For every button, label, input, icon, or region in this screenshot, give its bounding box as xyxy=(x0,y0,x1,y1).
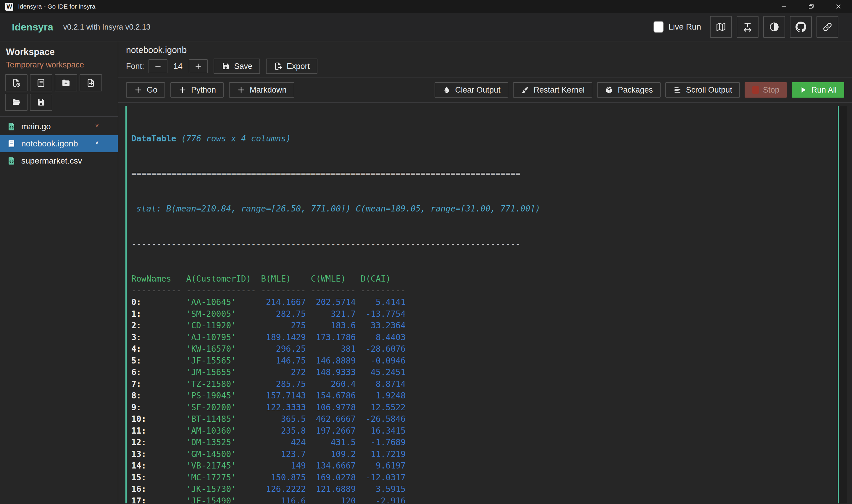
table-row: 5:'JF-15565'146.75146.8889-0.0946 xyxy=(131,355,852,367)
output-cell-text: 282.75 xyxy=(261,308,306,320)
add-markdown-cell-button[interactable]: Markdown xyxy=(229,82,294,97)
output-cell-text: 4: xyxy=(131,343,181,355)
output-cell-text: 5: xyxy=(131,355,181,367)
code-file-icon xyxy=(7,157,16,165)
output-cell-text: 17: xyxy=(131,495,181,504)
notebook-icon xyxy=(36,78,46,88)
output-cell-text: 183.6 xyxy=(311,320,356,331)
play-icon xyxy=(799,86,807,94)
save-workspace-button[interactable] xyxy=(30,94,52,111)
file-item-notebook-igonb[interactable]: notebook.igonb * xyxy=(0,135,118,152)
close-button[interactable] xyxy=(825,0,852,13)
run-all-button[interactable]: Run All xyxy=(792,82,844,97)
modified-indicator: * xyxy=(95,139,99,149)
output-cell-text: -2.916 xyxy=(361,495,405,504)
table-row: 14:'VB-21745'149134.66679.6197 xyxy=(131,460,852,472)
output-cell-text: 148.9333 xyxy=(311,366,356,378)
datatable-label: DataTable xyxy=(131,134,176,143)
link-button[interactable] xyxy=(816,16,838,38)
export-button[interactable]: Export xyxy=(266,58,318,74)
output-table: RowNamesA(CustomerID)B(MLE)C(WMLE)D(CAI)… xyxy=(131,273,852,503)
workspace-sidebar: Workspace Temporary workspace xyxy=(0,41,118,503)
output-cell-text: 126.2222 xyxy=(261,483,306,495)
output-cell-text: 'SF-20200' xyxy=(186,402,256,414)
output-cell-text: 'AJ-10795' xyxy=(186,331,256,343)
output-rule-equals: ========================================… xyxy=(131,168,852,180)
import-file-icon xyxy=(86,78,95,88)
text-width-button[interactable] xyxy=(737,16,759,38)
titlebar: W Idensyra - Go IDE for Insyra xyxy=(0,0,852,13)
output-rule-dashes: ----------------------------------------… xyxy=(131,238,852,250)
add-python-label: Python xyxy=(191,86,216,95)
droplet-icon xyxy=(442,86,451,94)
restore-button[interactable] xyxy=(798,0,825,13)
add-go-cell-button[interactable]: Go xyxy=(126,82,165,97)
new-folder-button[interactable] xyxy=(55,74,77,91)
output-cell-text: 13: xyxy=(131,448,181,460)
font-decrease-button[interactable] xyxy=(148,59,167,73)
output-cell-text: 'TZ-21580' xyxy=(186,378,256,390)
output-cell-text: 7: xyxy=(131,378,181,390)
output-cell-text: 33.2364 xyxy=(361,320,405,331)
table-row: 11:'AM-10360'235.8197.266716.3415 xyxy=(131,425,852,437)
output-cell-text: 123.7 xyxy=(261,448,306,460)
output-cell-text: -28.6076 xyxy=(361,343,405,355)
app-logo-icon: W xyxy=(5,3,13,11)
github-button[interactable] xyxy=(790,16,812,38)
new-file-button[interactable] xyxy=(5,74,28,91)
import-file-button[interactable] xyxy=(79,74,102,91)
output-cell-text: 'KW-16570' xyxy=(186,343,256,355)
app-version: v0.2.1 with Insyra v0.2.13 xyxy=(63,22,150,32)
output-cell-text: 'GM-14500' xyxy=(186,448,256,460)
output-cell-text: 12: xyxy=(131,436,181,448)
table-row: 13:'GM-14500'123.7109.211.7219 xyxy=(131,448,852,460)
scrollbar-track[interactable] xyxy=(839,106,847,503)
font-controls: Font: 14 Save Export xyxy=(126,58,852,74)
output-cell-text: 0: xyxy=(131,296,181,308)
output-cell-text: 134.6667 xyxy=(311,460,356,472)
add-go-label: Go xyxy=(147,86,157,95)
output-cell-text: 260.4 xyxy=(311,378,356,390)
app-header: Idensyra v0.2.1 with Insyra v0.2.13 Live… xyxy=(0,13,852,41)
output-cell-text: 'JM-15655' xyxy=(186,366,256,378)
restart-kernel-button[interactable]: Restart Kernel xyxy=(513,82,593,97)
table-row: 8:'PS-19045'157.7143154.67861.9248 xyxy=(131,390,852,402)
output-cell-text: 285.75 xyxy=(261,378,306,390)
output-cell-text: 'MC-17275' xyxy=(186,472,256,484)
output-cell-text: 9.6197 xyxy=(361,460,405,472)
file-item-supermarket-csv[interactable]: supermarket.csv xyxy=(0,152,118,169)
output-cell: DataTable (776 rows x 4 columns) =======… xyxy=(125,106,852,503)
table-row: 16:'JK-15730'126.2222121.68893.5915 xyxy=(131,483,852,495)
new-notebook-button[interactable] xyxy=(30,74,52,91)
export-icon xyxy=(274,62,283,71)
output-cell-text: --------- xyxy=(261,285,306,297)
output-cell-text: 'BT-11485' xyxy=(186,413,256,425)
output-cell-text: 106.9778 xyxy=(311,402,356,414)
save-button[interactable]: Save xyxy=(214,58,260,74)
file-item-main-go[interactable]: main.go * xyxy=(0,118,118,135)
minimize-button[interactable] xyxy=(771,0,798,13)
packages-button[interactable]: Packages xyxy=(597,82,660,97)
output-cell-text: 431.5 xyxy=(311,436,356,448)
scrollbar-thumb[interactable] xyxy=(838,106,839,503)
open-folder-button[interactable] xyxy=(5,94,28,111)
output-cell-text: D(CAI) xyxy=(361,273,405,285)
output-cell-text: 'SM-20005' xyxy=(186,308,256,320)
table-header-row: RowNamesA(CustomerID)B(MLE)C(WMLE)D(CAI) xyxy=(131,273,852,285)
add-python-cell-button[interactable]: Python xyxy=(170,82,224,97)
output-cell-text: -1.7689 xyxy=(361,436,405,448)
clear-output-button[interactable]: Clear Output xyxy=(435,82,508,97)
live-run-checkbox[interactable] xyxy=(653,21,664,33)
table-row: 17:'JF-15490'116.6120-2.916 xyxy=(131,495,852,504)
output-cell-text: 12.5522 xyxy=(361,402,405,414)
stop-button[interactable]: Stop xyxy=(745,82,787,97)
theme-contrast-button[interactable] xyxy=(763,16,785,38)
output-cell-text: 'JF-15490' xyxy=(186,495,256,504)
package-icon xyxy=(605,86,614,94)
map-button[interactable] xyxy=(710,16,732,38)
font-increase-button[interactable] xyxy=(189,59,208,73)
file-name: main.go xyxy=(21,122,51,131)
scroll-output-button[interactable]: Scroll Output xyxy=(665,82,740,97)
output-cell-text: 202.5714 xyxy=(311,296,356,308)
minimize-icon xyxy=(781,3,787,10)
